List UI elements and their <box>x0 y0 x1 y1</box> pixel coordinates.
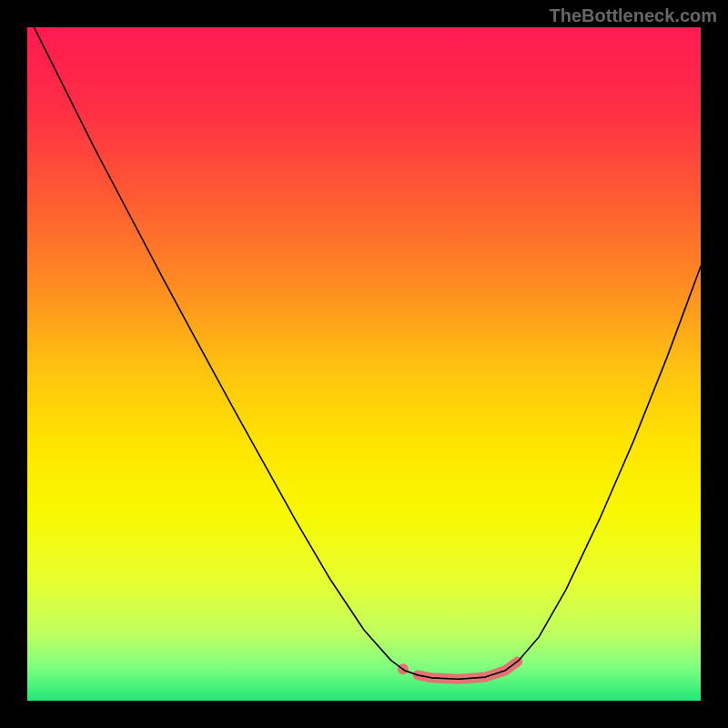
plot-area <box>27 27 701 701</box>
bottleneck-curve <box>34 27 701 679</box>
watermark-text: TheBottleneck.com <box>550 5 717 26</box>
chart-svg <box>27 27 701 701</box>
optimal-range-highlight <box>418 662 518 679</box>
